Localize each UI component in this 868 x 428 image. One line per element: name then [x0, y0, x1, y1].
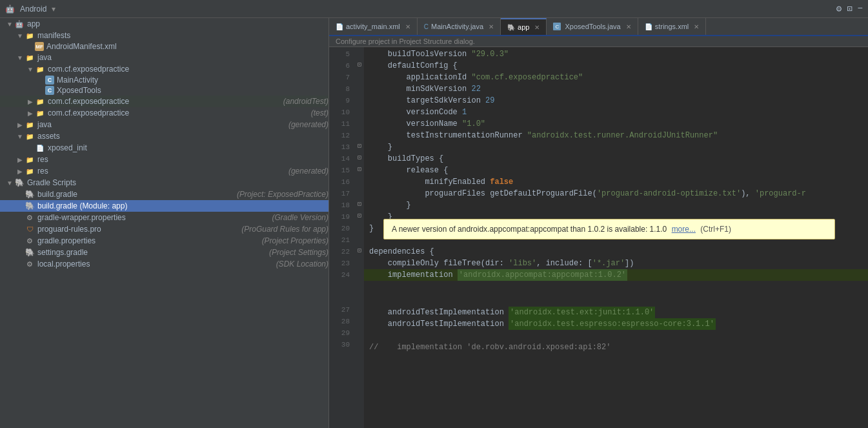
- code-line: proguardFiles getDefaultProguardFile('pr…: [364, 188, 868, 199]
- item-label: com.cf.exposedpractice: [48, 65, 328, 74]
- top-bar: 🤖 Android ▾ ⚙ ⊡ −: [0, 0, 868, 18]
- expand-arrow: ▼: [26, 66, 35, 73]
- item-label: app: [27, 19, 328, 28]
- expand-arrow: ▶: [15, 156, 25, 163]
- code-line: dependencies {: [364, 246, 868, 258]
- tab-label: app: [518, 23, 529, 31]
- sidebar-item-res[interactable]: ▶ 📁 res: [0, 154, 328, 165]
- item-label: build.gradle: [37, 190, 234, 199]
- item-label: res: [37, 167, 286, 176]
- tooltip-more-link[interactable]: more...: [672, 225, 696, 234]
- tab-label: MainActivity.java: [431, 23, 483, 30]
- item-secondary: (androidTest): [283, 97, 328, 106]
- xml-icon: 📄: [336, 23, 343, 30]
- tab-close-icon[interactable]: ✕: [626, 23, 631, 30]
- item-secondary: (Gradle Version): [272, 213, 328, 222]
- expand-arrow: ▼: [5, 179, 14, 187]
- code-line: minSdkVersion 22: [364, 83, 868, 95]
- android-icon: 🤖: [5, 5, 15, 14]
- tab-mainactivity[interactable]: C MainActivity.java ✕: [418, 18, 501, 35]
- sidebar-item-mainactivity[interactable]: C MainActivity: [0, 75, 328, 85]
- sidebar-item-build-gradle-app[interactable]: 🐘 build.gradle (Module: app): [0, 200, 328, 212]
- item-label: gradle.properties: [37, 236, 259, 245]
- tab-app[interactable]: 🐘 app ✕: [501, 18, 547, 35]
- sidebar-item-xposed-init[interactable]: 📄 xposed_init: [0, 142, 328, 154]
- sidebar-item-gradle-properties[interactable]: ⚙ gradle.properties (Project Properties): [0, 235, 328, 247]
- proguard-icon: 🛡: [25, 224, 35, 234]
- item-label: gradle-wrapper.properties: [37, 213, 269, 222]
- res-folder-icon: 📁: [25, 154, 35, 165]
- folder-icon: 📁: [25, 30, 35, 41]
- sidebar-item-assets[interactable]: ▼ 📁 assets: [0, 130, 328, 142]
- tooltip-box: A newer version of androidx.appcompat:ap…: [383, 219, 835, 239]
- dropdown-arrow[interactable]: ▾: [52, 5, 56, 14]
- tab-close-icon[interactable]: ✕: [694, 23, 699, 30]
- sidebar-item-settings-gradle[interactable]: 🐘 settings.gradle (Project Settings): [0, 247, 328, 258]
- sidebar-item-manifests[interactable]: ▼ 📁 manifests: [0, 30, 328, 41]
- top-bar-title: 🤖 Android ▾: [5, 5, 56, 14]
- minimize-icon[interactable]: −: [858, 3, 863, 14]
- code-line: versionName "1.0": [364, 118, 868, 130]
- item-secondary: (Project Settings): [269, 248, 328, 257]
- item-label: local.properties: [37, 260, 274, 269]
- sidebar-item-test[interactable]: ▶ 📁 com.cf.exposedpractice (test): [0, 107, 328, 119]
- sidebar-item-local-properties[interactable]: ⚙ local.properties (SDK Location): [0, 258, 328, 270]
- tooltip-text: A newer version of androidx.appcompat:ap…: [392, 225, 667, 234]
- tab-close-icon[interactable]: ✕: [489, 23, 494, 30]
- code-line: applicationId "com.cf.exposedpractice": [364, 72, 868, 83]
- settings-icon[interactable]: ⚙: [836, 3, 842, 14]
- sidebar-item-gradle-wrapper[interactable]: ⚙ gradle-wrapper.properties (Gradle Vers…: [0, 212, 328, 223]
- java-tab-icon: C: [553, 23, 561, 30]
- assets-folder-icon: 📁: [25, 131, 35, 141]
- item-label: MainActivity: [57, 76, 328, 85]
- gutter: ⊡ ⊡ ⊡ ⊡ ⊡ ⊡ ⊡: [355, 47, 364, 428]
- code-line: androidTestImplementation 'androidx.test…: [364, 318, 868, 330]
- sidebar-item-build-gradle-project[interactable]: 🐘 build.gradle (Project: ExposedPractice…: [0, 189, 328, 200]
- item-secondary: (Project: ExposedPractice): [237, 190, 328, 199]
- code-line: defaultConfig {: [364, 60, 868, 72]
- maximize-icon[interactable]: ⊡: [847, 3, 852, 14]
- item-label: build.gradle (Module: app): [37, 201, 328, 210]
- main-layout: ▼ 🤖 app ▼ 📁 manifests MF AndroidManifest…: [0, 18, 868, 428]
- java-tab-icon: C: [424, 23, 429, 30]
- java-class-icon: C: [45, 76, 54, 85]
- code-line-release: release {: [364, 165, 868, 176]
- sidebar-item-app[interactable]: ▼ 🤖 app: [0, 18, 328, 30]
- code-line: testInstrumentationRunner "androidx.test…: [364, 130, 868, 141]
- code-content[interactable]: buildToolsVersion "29.0.3" defaultConfig…: [364, 47, 868, 428]
- code-editor[interactable]: 5 6 7 8 9 10 11 12 13 14 15 16 17 18 19 …: [329, 47, 868, 428]
- sidebar-item-androidmanifest[interactable]: MF AndroidManifest.xml: [0, 41, 328, 52]
- properties-icon: ⚙: [25, 212, 35, 223]
- tab-close-icon[interactable]: ✕: [534, 24, 540, 31]
- editor-info-text: Configure project in Project Structure d…: [336, 37, 475, 45]
- tab-close-icon[interactable]: ✕: [405, 23, 410, 30]
- tab-label: strings.xml: [655, 23, 689, 30]
- item-label: assets: [37, 132, 328, 141]
- sidebar-item-java-generated[interactable]: ▶ 📁 java (generated): [0, 119, 328, 130]
- item-label: AndroidManifest.xml: [46, 42, 328, 51]
- sidebar-item-androidtest[interactable]: ▶ 📁 com.cf.exposedpractice (androidTest): [0, 96, 328, 107]
- sidebar-item-package[interactable]: ▼ 📁 com.cf.exposedpractice: [0, 63, 328, 75]
- code-line-dep-impl: implementation 'androidx.appcompat:appco…: [364, 269, 868, 281]
- tab-label: activity_main.xml: [346, 23, 400, 30]
- tab-xposedtools[interactable]: C XposedTools.java ✕: [547, 18, 638, 35]
- code-line-comment: // implementation 'de.robv.android.xpose…: [364, 341, 868, 353]
- sidebar-item-res-generated[interactable]: ▶ 📁 res (generated): [0, 165, 328, 177]
- sidebar-item-java[interactable]: ▼ 📁 java: [0, 52, 328, 63]
- gradle-file-icon: 🐘: [25, 189, 35, 199]
- manifest-icon: MF: [35, 42, 44, 51]
- item-label: xposed_init: [48, 143, 328, 152]
- gradle-tab-icon: 🐘: [507, 24, 515, 31]
- sidebar-item-proguard[interactable]: 🛡 proguard-rules.pro (ProGuard Rules for…: [0, 223, 328, 235]
- item-secondary: (SDK Location): [276, 260, 328, 269]
- sidebar-item-xposedtools[interactable]: C XposedTools: [0, 85, 328, 96]
- item-label: java: [37, 120, 286, 129]
- item-label: proguard-rules.pro: [37, 225, 239, 234]
- item-label: manifests: [37, 31, 328, 40]
- sidebar-item-gradle-scripts[interactable]: ▼ 🐘 Gradle Scripts: [0, 177, 328, 189]
- res-folder-icon: 📁: [25, 166, 35, 176]
- properties-icon: ⚙: [25, 259, 35, 269]
- tab-strings[interactable]: 📄 strings.xml ✕: [638, 18, 707, 35]
- editor-info-bar: Configure project in Project Structure d…: [329, 36, 868, 47]
- tab-activity-main[interactable]: 📄 activity_main.xml ✕: [329, 18, 418, 35]
